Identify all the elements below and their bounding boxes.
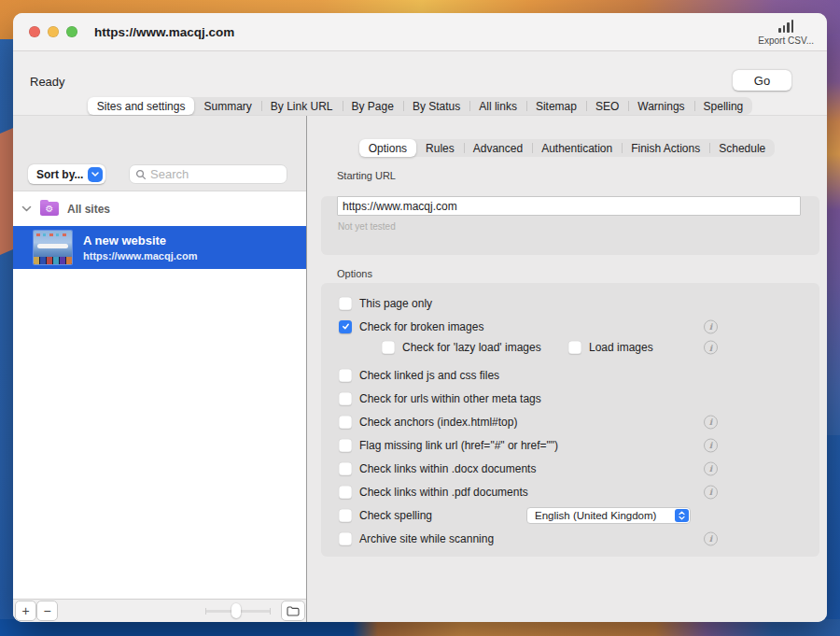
tab-schedule[interactable]: Schedule — [709, 139, 775, 157]
info-icon[interactable]: i — [704, 461, 718, 475]
site-url: https://www.macqj.com — [83, 250, 197, 261]
not-tested-status: Not yet tested — [338, 221, 819, 232]
chevron-down-icon — [88, 167, 103, 182]
starting-url-panel: Not yet tested — [321, 196, 819, 255]
tab-by-status[interactable]: By Status — [403, 97, 469, 115]
export-csv-button[interactable]: Export CSV... — [758, 19, 814, 46]
tab-options[interactable]: Options — [359, 139, 416, 157]
info-icon[interactable]: i — [704, 438, 718, 452]
search-field[interactable] — [129, 164, 287, 184]
option-row: Check for broken images i — [321, 315, 819, 338]
option-row: Flag missing link url (href="#" or href=… — [321, 433, 819, 457]
checkbox-docx-documents[interactable] — [339, 462, 352, 475]
tab-advanced[interactable]: Advanced — [464, 139, 532, 157]
app-window: https://www.macqj.com Export CSV... Read… — [13, 13, 827, 622]
starting-url-input[interactable] — [337, 196, 801, 216]
sites-folder-icon: ⚙ — [40, 202, 59, 216]
go-button[interactable]: Go — [733, 70, 791, 91]
window-title: https://www.macqj.com — [94, 25, 234, 39]
content-area: Sort by... — [13, 115, 827, 622]
all-sites-label: All sites — [67, 203, 110, 216]
site-list: ⚙ All sites A new website https://www.ma… — [13, 191, 306, 599]
tab-sites-and-settings[interactable]: Sites and settings — [88, 97, 195, 115]
checkbox-js-css-files[interactable] — [339, 369, 352, 382]
checkbox-archive-site[interactable] — [339, 532, 352, 545]
tab-summary[interactable]: Summary — [194, 97, 260, 115]
options-label: Options — [337, 268, 827, 279]
titlebar: https://www.macqj.com Export CSV... — [13, 13, 827, 51]
info-icon[interactable]: i — [704, 531, 718, 545]
search-icon — [135, 169, 147, 180]
tab-by-link-url[interactable]: By Link URL — [261, 97, 343, 115]
info-icon[interactable]: i — [704, 341, 718, 355]
tab-warnings[interactable]: Warnings — [628, 97, 693, 115]
settings-tab-bar: Options Rules Advanced Authentication Fi… — [359, 139, 776, 157]
sidebar-header: Sort by... — [13, 116, 306, 191]
checkbox-check-spelling[interactable] — [339, 509, 352, 522]
checkbox-check-anchors[interactable] — [339, 416, 352, 429]
options-panel: This page only Check for broken images i… — [321, 283, 819, 557]
settings-pane: Options Rules Advanced Authentication Fi… — [307, 116, 827, 622]
info-icon[interactable]: i — [704, 415, 718, 429]
add-site-button[interactable]: + — [15, 601, 36, 621]
option-row: Check spelling English (United Kingdom) — [321, 503, 819, 527]
folder-icon — [287, 606, 300, 616]
checkbox-broken-images[interactable] — [339, 320, 352, 333]
option-row: Check linked js and css files — [321, 363, 819, 387]
tab-rules[interactable]: Rules — [416, 139, 464, 157]
reveal-folder-button[interactable] — [281, 601, 305, 621]
site-thumbnail — [34, 231, 72, 264]
sidebar: Sort by... — [13, 116, 306, 622]
thumbnail-size-slider[interactable] — [205, 603, 271, 618]
status-text: Ready — [30, 75, 65, 89]
starting-url-label: Starting URL — [337, 170, 827, 181]
spelling-language-select[interactable]: English (United Kingdom) — [526, 507, 691, 524]
toolbar: Ready Go — [13, 51, 827, 97]
search-input[interactable] — [150, 167, 281, 181]
option-row: Check for 'lazy load' images Load images… — [321, 338, 819, 357]
info-icon[interactable]: i — [704, 319, 718, 333]
sort-by-button[interactable]: Sort by... — [28, 164, 105, 184]
checkbox-flag-missing-link[interactable] — [339, 439, 352, 452]
bar-chart-icon — [778, 19, 793, 33]
window-controls — [29, 26, 77, 37]
option-row: Check for urls within other meta tags — [321, 387, 819, 410]
slider-handle[interactable] — [231, 603, 241, 618]
popup-stepper-icon — [675, 509, 689, 522]
tab-spelling[interactable]: Spelling — [694, 97, 753, 115]
info-icon[interactable]: i — [704, 485, 718, 499]
tab-sitemap[interactable]: Sitemap — [526, 97, 586, 115]
option-row: Check links within .docx documents i — [321, 457, 819, 480]
main-tab-bar: Sites and settings Summary By Link URL B… — [88, 97, 753, 115]
disclosure-chevron-icon[interactable] — [21, 205, 32, 212]
tab-authentication[interactable]: Authentication — [532, 139, 622, 157]
fullscreen-window-button[interactable] — [66, 26, 77, 37]
option-row: Check links within .pdf documents i — [321, 480, 819, 503]
sidebar-footer: + − — [13, 599, 306, 622]
site-name: A new website — [83, 233, 197, 247]
site-list-item-selected[interactable]: A new website https://www.macqj.com — [13, 226, 306, 269]
checkbox-urls-meta-tags[interactable] — [339, 392, 352, 405]
main-tab-row: Sites and settings Summary By Link URL B… — [13, 97, 827, 115]
checkbox-lazy-load-images[interactable] — [382, 341, 395, 354]
tab-finish-actions[interactable]: Finish Actions — [622, 139, 709, 157]
all-sites-group[interactable]: ⚙ All sites — [13, 191, 306, 226]
tab-seo[interactable]: SEO — [586, 97, 628, 115]
checkbox-pdf-documents[interactable] — [339, 486, 352, 499]
desktop: https://www.macqj.com Export CSV... Read… — [0, 0, 840, 636]
sort-by-label: Sort by... — [36, 168, 83, 181]
checkbox-this-page-only[interactable] — [339, 297, 352, 310]
minimize-window-button[interactable] — [48, 26, 59, 37]
remove-site-button[interactable]: − — [36, 601, 58, 621]
option-row: Archive site while scanning i — [321, 527, 819, 550]
tab-all-links[interactable]: All links — [469, 97, 526, 115]
tab-by-page[interactable]: By Page — [343, 97, 403, 115]
export-csv-label: Export CSV... — [758, 35, 814, 46]
checkbox-load-images[interactable] — [568, 341, 581, 354]
option-row: Check anchors (index.html#top) i — [321, 410, 819, 433]
close-window-button[interactable] — [29, 26, 40, 37]
option-row: This page only — [321, 291, 819, 315]
